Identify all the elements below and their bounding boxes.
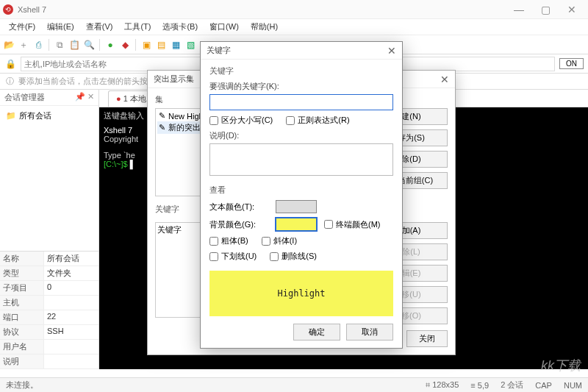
window-title: Xshell 7	[18, 5, 46, 14]
connect-toggle[interactable]: ON	[559, 58, 584, 69]
status-sessions: 2 会话	[501, 379, 523, 391]
close-button[interactable]: ✕	[559, 4, 585, 15]
status-size: ⌗ 128x35	[426, 380, 459, 390]
status-bar: 未连接。 ⌗ 128x35 ≡ 5,9 2 会话 CAP NUM	[0, 377, 588, 392]
status-num: NUM	[564, 381, 582, 390]
termcolor-checkbox[interactable]: 终端颜色(M)	[324, 219, 381, 230]
strike-checkbox[interactable]: 删除线(S)	[270, 251, 317, 262]
tree-root[interactable]: 📁 所有会话	[4, 109, 94, 123]
menu-tabs[interactable]: 选项卡(B)	[158, 20, 202, 34]
hint-text: 要添加当前会话，点击左侧的箭头按钮。	[18, 76, 164, 87]
app-logo-icon: ⟲	[3, 4, 13, 15]
info-icon: ⓘ	[6, 76, 14, 87]
pencil-icon: ✎	[159, 123, 165, 132]
cancel-button[interactable]: 取消	[346, 324, 393, 341]
underline-checkbox[interactable]: 下划线(U)	[209, 251, 257, 262]
tool-find-icon[interactable]: 🔍	[83, 39, 95, 51]
regex-checkbox[interactable]: 正则表达式(R)	[286, 115, 349, 126]
italic-checkbox[interactable]: 斜体(I)	[262, 235, 297, 246]
menu-file[interactable]: 文件(F)	[4, 20, 40, 34]
tool-open-icon[interactable]: 📂	[3, 39, 15, 51]
tool-misc4-icon[interactable]: ▧	[184, 39, 196, 51]
keyword-dialog: 关键字 ✕ 关键字 要强调的关键字(K): 区分大小写(C) 正则表达式(R) …	[200, 41, 403, 349]
tree-root-label: 所有会话	[19, 110, 51, 121]
hs-close-icon[interactable]: ✕	[440, 74, 449, 85]
lock-icon: 🔒	[4, 58, 16, 70]
kw-title: 关键字	[207, 45, 231, 56]
hs-close-button[interactable]: 关闭	[406, 330, 448, 347]
kw-emph-label: 要强调的关键字(K):	[209, 81, 393, 92]
status-caps: CAP	[535, 381, 552, 390]
titlebar: ⟲ Xshell 7 ― ▢ ✕	[0, 0, 588, 19]
menu-tools[interactable]: 工具(T)	[120, 20, 155, 34]
textcolor-swatch[interactable]	[276, 200, 317, 213]
tool-new-icon[interactable]: ＋	[18, 39, 29, 51]
description-input[interactable]	[209, 143, 393, 176]
session-tree[interactable]: 📁 所有会话	[0, 106, 98, 251]
menu-help[interactable]: 帮助(H)	[246, 20, 282, 34]
sidebar-title: 会话管理器	[4, 92, 45, 103]
tool-copy-icon[interactable]: ⧉	[54, 39, 65, 51]
view-label: 查看	[209, 185, 393, 196]
bgcolor-swatch[interactable]	[276, 218, 317, 231]
tool-misc2-icon[interactable]: ▤	[155, 39, 167, 51]
highlight-preview: Highlight	[209, 271, 393, 316]
tool-font-icon[interactable]: ●	[104, 39, 116, 51]
pin-icon[interactable]: 📌 ✕	[75, 92, 94, 103]
hs-title: 突出显示集	[154, 74, 194, 85]
ok-button[interactable]: 确定	[293, 324, 340, 341]
menubar: 文件(F) 编辑(E) 查看(V) 工具(T) 选项卡(B) 窗口(W) 帮助(…	[0, 19, 588, 35]
tool-misc1-icon[interactable]: ▣	[140, 39, 152, 51]
kw-desc-label: 说明(D):	[209, 130, 393, 141]
kw-close-icon[interactable]: ✕	[387, 45, 396, 57]
status-connection: 未连接。	[6, 379, 38, 391]
minimize-button[interactable]: ―	[506, 4, 532, 15]
textcolor-label: 文本颜色(T):	[209, 202, 268, 213]
property-table: 名称所有会话 类型文件夹 子项目0 主机 端口22 协议SSH 用户名 说明	[0, 251, 98, 369]
menu-edit[interactable]: 编辑(E)	[43, 20, 79, 34]
tool-save-icon[interactable]: ⎙	[32, 39, 44, 51]
menu-window[interactable]: 窗口(W)	[205, 20, 243, 34]
keyword-input[interactable]	[209, 94, 393, 110]
status-pos: ≡ 5,9	[470, 381, 489, 390]
bold-checkbox[interactable]: 粗体(B)	[209, 235, 248, 246]
kw-group-label: 关键字	[209, 65, 393, 76]
bgcolor-label: 背景颜色(G):	[209, 219, 268, 230]
tool-paste-icon[interactable]: 📋	[68, 39, 80, 51]
tool-misc3-icon[interactable]: ▦	[170, 39, 182, 51]
session-sidebar: 会话管理器 📌 ✕ 📁 所有会话 名称所有会话 类型文件夹 子项目0 主机 端口…	[0, 90, 99, 369]
maximize-button[interactable]: ▢	[532, 4, 559, 15]
pencil-icon: ✎	[159, 111, 165, 121]
folder-icon: 📁	[6, 111, 16, 121]
case-checkbox[interactable]: 区分大小写(C)	[209, 115, 273, 126]
tool-color-icon[interactable]: ◆	[119, 39, 131, 51]
menu-view[interactable]: 查看(V)	[82, 20, 118, 34]
